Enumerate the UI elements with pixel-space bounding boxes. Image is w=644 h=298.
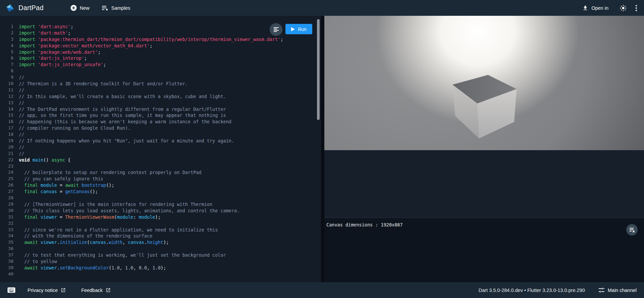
code-line: 15// app, so the first time you run this… [0, 112, 321, 119]
code-line: 36 [0, 246, 321, 252]
line-number: 5 [0, 49, 13, 55]
code-line: 18// [0, 131, 321, 138]
status-bar: Privacy notice Feedback Dart 3.5.0-284.0… [0, 282, 644, 298]
open-in-button[interactable]: Open in [582, 5, 608, 11]
line-number: 20 [0, 144, 13, 151]
code-line: 27 final canvas = getCanvas(); [0, 188, 321, 195]
run-button-label: Run [298, 27, 307, 32]
render-viewport[interactable] [324, 16, 644, 150]
line-number: 22 [0, 157, 13, 163]
feedback-label: Feedback [81, 288, 103, 293]
line-number: 12 [0, 93, 13, 100]
line-number: 37 [0, 252, 13, 258]
console-panel: Canvas dimensions : 644x298 [324, 218, 644, 282]
line-number: 21 [0, 151, 13, 157]
app-header: DartPad New Samples Open in [0, 0, 644, 16]
code-editor[interactable]: 1import 'dart:async';2import 'dart:math'… [0, 16, 321, 282]
code-line: 5import 'package:web/web.dart'; [0, 49, 321, 55]
code-line: 34 // with the dimensions of the renderi… [0, 233, 321, 239]
code-line: 29 // [ThermionViewer] is the main inter… [0, 201, 321, 208]
code-line: 4import 'package:vector_math/vector_math… [0, 43, 321, 49]
line-number: 18 [0, 131, 13, 138]
run-button[interactable]: Run [285, 24, 312, 34]
code-lines: 1import 'dart:async';2import 'dart:math'… [0, 24, 321, 278]
keyboard-shortcuts-button[interactable] [7, 287, 15, 293]
feedback-link[interactable]: Feedback [81, 288, 111, 293]
new-button-label: New [80, 5, 90, 11]
plus-circle-icon [70, 5, 77, 11]
line-number: 25 [0, 176, 13, 182]
code-line: 32 [0, 220, 321, 227]
line-number: 29 [0, 201, 13, 208]
dartpad-logo-icon [6, 4, 14, 12]
line-number: 31 [0, 214, 13, 220]
code-line: 40 [0, 271, 321, 278]
channel-label: Main channel [608, 288, 637, 293]
code-line: 23 [0, 163, 321, 170]
code-line: 25 // you can safely ignore this [0, 176, 321, 182]
line-number: 38 [0, 258, 13, 265]
line-number: 36 [0, 246, 13, 252]
code-line: 14// The DartPad environment is slightly… [0, 106, 321, 113]
code-line: 16// happening (this is because we aren'… [0, 119, 321, 125]
code-line: 38 // to yellow [0, 258, 321, 265]
line-number: 34 [0, 233, 13, 239]
new-button[interactable]: New [70, 5, 90, 11]
overflow-menu-button[interactable] [635, 5, 637, 11]
code-line: 19// If nothing happens when you hit "Ru… [0, 138, 321, 144]
line-number: 8 [0, 68, 13, 74]
line-number: 32 [0, 220, 13, 227]
code-line: 21// [0, 151, 321, 157]
line-number: 23 [0, 163, 13, 170]
code-line: 30 // This class lets you load assets, l… [0, 208, 321, 214]
download-icon [582, 5, 588, 11]
code-line: 7import 'dart:js_interop_unsafe'; [0, 61, 321, 68]
code-line: 20// [0, 144, 321, 151]
sdk-version-text: Dart 3.5.0-284.0.dev • Flutter 3.23.0-13… [479, 288, 585, 293]
code-line: 37 // to test that everything is working… [0, 252, 321, 258]
brightness-sun-icon [620, 5, 627, 11]
line-number: 13 [0, 100, 13, 106]
clear-console-button[interactable] [626, 224, 638, 236]
clear-console-icon [629, 227, 635, 232]
code-line: 17// compiler running on Google Cloud Ru… [0, 125, 321, 131]
channel-selector-button[interactable]: Main channel [598, 287, 637, 293]
code-line: 3import 'package:thermion_dart/thermion_… [0, 36, 321, 43]
open-in-new-icon [106, 288, 111, 293]
line-number: 14 [0, 106, 13, 113]
line-number: 24 [0, 169, 13, 176]
output-panel: Canvas dimensions : 644x298 [324, 16, 644, 282]
code-line: 13// [0, 100, 321, 106]
playlist-add-icon [102, 5, 108, 11]
samples-button[interactable]: Samples [102, 5, 130, 11]
console-output: Canvas dimensions : 644x298 [326, 222, 644, 227]
privacy-notice-label: Privacy notice [28, 288, 58, 293]
line-number: 16 [0, 119, 13, 125]
code-line: 26 final module = await bootstrap(); [0, 182, 321, 188]
format-button[interactable] [270, 23, 282, 36]
line-number: 6 [0, 55, 13, 61]
tune-icon [598, 287, 605, 293]
code-line: 10// Thermion is a 3D rendering toolkit … [0, 81, 321, 87]
keyboard-icon [7, 287, 15, 293]
line-number: 17 [0, 125, 13, 131]
code-line: 8 [0, 68, 321, 74]
editor-scrollbar[interactable] [317, 19, 320, 120]
app-title: DartPad [18, 4, 44, 12]
line-number: 28 [0, 195, 13, 201]
privacy-notice-link[interactable]: Privacy notice [28, 288, 66, 293]
line-number: 7 [0, 61, 13, 68]
code-line: 6import 'dart:js_interop'; [0, 55, 321, 61]
line-number: 26 [0, 182, 13, 188]
code-line: 22void main() async { [0, 157, 321, 163]
line-number: 1 [0, 24, 13, 30]
line-number: 10 [0, 81, 13, 87]
open-in-label: Open in [591, 5, 608, 11]
kebab-menu-icon [635, 5, 637, 11]
code-line: 28 [0, 195, 321, 201]
line-number: 39 [0, 265, 13, 271]
line-number: 33 [0, 227, 13, 233]
line-number: 2 [0, 30, 13, 36]
header-actions: Open in [582, 5, 637, 11]
theme-brightness-button[interactable] [620, 5, 627, 11]
